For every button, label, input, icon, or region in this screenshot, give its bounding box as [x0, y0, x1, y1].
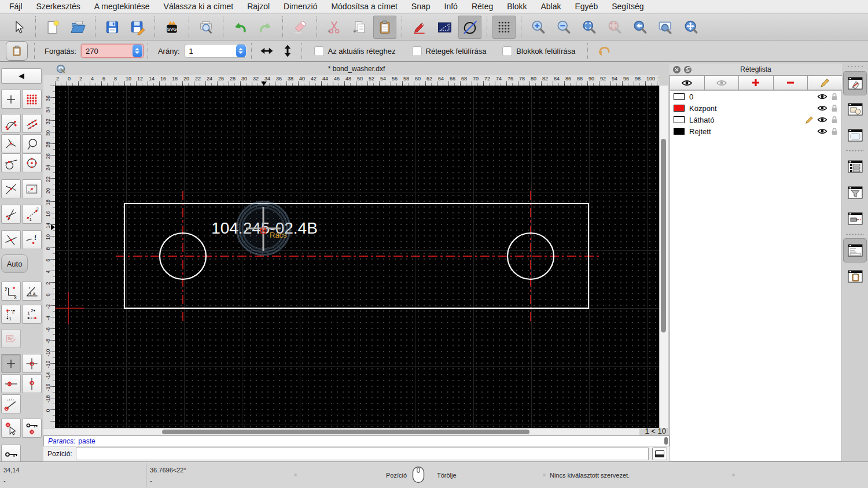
cut-button[interactable]	[322, 16, 345, 39]
option-checkbox[interactable]: Az aktuális réteghez	[314, 46, 396, 56]
layer-visible-eye-icon[interactable]	[817, 128, 827, 135]
keyboard-toggle-button[interactable]	[652, 448, 667, 460]
toggle-entity-list-button[interactable]	[843, 154, 867, 179]
layer-lock-icon[interactable]	[831, 116, 838, 124]
toggle-filter-button[interactable]	[843, 180, 867, 205]
coordinate-cartesian-button[interactable]: yx	[1, 282, 21, 301]
option-checkbox[interactable]: Blokkok felülírása	[502, 46, 575, 56]
toggle-block-list-button[interactable]	[843, 97, 867, 121]
scale-stepper[interactable]	[236, 45, 246, 57]
snap-circle-button[interactable]	[22, 134, 42, 153]
command-history[interactable]: Parancs: paste	[43, 435, 670, 446]
toggle-command-widget-button[interactable]	[843, 238, 867, 263]
layer-lock-icon[interactable]	[831, 93, 838, 101]
select-pointer-button[interactable]	[7, 16, 30, 39]
layer-row[interactable]: Rejtett	[670, 125, 841, 137]
paste-button[interactable]	[373, 16, 396, 39]
menu-item[interactable]: Snap	[411, 2, 431, 11]
toggle-layer-list-button[interactable]	[843, 71, 867, 95]
snap-perpendicular-button[interactable]	[1, 134, 21, 153]
snap-tangent-button[interactable]	[1, 153, 21, 172]
zoom-pan-button[interactable]	[679, 16, 703, 39]
horizontal-scrollbar-thumb[interactable]	[162, 430, 529, 434]
vertical-scrollbar-thumb[interactable]	[661, 139, 666, 332]
redo-button[interactable]	[254, 16, 277, 39]
layer-lock-icon[interactable]	[831, 104, 838, 112]
zoom-in-button[interactable]	[527, 16, 550, 39]
horizontal-scrollbar[interactable]	[43, 428, 639, 435]
layer-visible-eye-icon[interactable]	[817, 116, 827, 123]
snap-reference-button[interactable]	[22, 179, 42, 198]
command-input-field[interactable]	[76, 448, 649, 460]
zoom-previous-button[interactable]	[603, 16, 626, 39]
snap-auto-button[interactable]: Auto	[1, 254, 28, 273]
drawing-canvas[interactable]: 104.245-02.4B	[55, 86, 659, 428]
coordinate-polar-button[interactable]: ra	[22, 282, 42, 301]
menu-item[interactable]: A megtekintése	[94, 2, 150, 11]
restrict-orthogonal-button[interactable]	[22, 354, 42, 373]
restrict-vertical-button[interactable]	[22, 374, 42, 393]
layer-row[interactable]: Központ	[670, 102, 841, 114]
rotation-input[interactable]: 270	[81, 44, 144, 58]
snap-intersection-manual-button[interactable]	[1, 205, 21, 224]
layer-name[interactable]: Központ	[689, 104, 817, 113]
menu-item[interactable]: Réteg	[472, 2, 493, 11]
show-all-layers-button[interactable]	[670, 75, 705, 90]
save-as-button[interactable]	[126, 16, 149, 39]
new-document-button[interactable]	[41, 16, 64, 39]
layer-visible-eye-icon[interactable]	[817, 105, 827, 112]
menu-item[interactable]: Egyéb	[575, 2, 598, 11]
zoom-out-button[interactable]	[552, 16, 575, 39]
layer-name[interactable]: 0	[689, 93, 817, 101]
undo-button[interactable]	[229, 16, 252, 39]
snap-on-entity-button[interactable]	[22, 114, 42, 133]
snap-grid-button[interactable]	[22, 90, 42, 109]
flip-vertical-button[interactable]	[279, 42, 296, 60]
draw-pencil-button[interactable]	[407, 16, 431, 39]
flip-horizontal-button[interactable]	[257, 42, 277, 60]
lock-relative-zero-button[interactable]	[22, 419, 42, 438]
snap-middle-button[interactable]	[1, 179, 21, 198]
layer-color-swatch[interactable]	[674, 128, 685, 135]
scale-input[interactable]: 1	[185, 44, 247, 58]
restrict-nothing-button[interactable]	[1, 354, 21, 373]
remove-layer-button[interactable]	[773, 75, 808, 90]
layer-name[interactable]: Látható	[689, 116, 805, 124]
layer-row[interactable]: 0	[670, 91, 841, 102]
open-file-button[interactable]	[67, 16, 90, 39]
menu-item[interactable]: Blokk	[507, 2, 527, 11]
save-button[interactable]	[101, 16, 124, 39]
snap-intersection-button[interactable]	[1, 230, 21, 249]
circle-line-button[interactable]	[458, 16, 481, 39]
snapbar-collapse-button[interactable]	[1, 68, 42, 84]
set-relative-zero-button[interactable]	[1, 394, 21, 413]
layer-color-swatch[interactable]	[674, 105, 685, 112]
relative-cartesian-button[interactable]: 12	[1, 305, 21, 324]
snap-endpoints-button[interactable]	[1, 114, 21, 133]
layer-row[interactable]: Látható	[670, 114, 841, 125]
add-layer-button[interactable]	[738, 75, 774, 90]
restrict-disabled-button[interactable]	[1, 329, 21, 348]
layer-name[interactable]: Rejtett	[689, 127, 817, 136]
menu-item[interactable]: Ablak	[540, 2, 561, 11]
toggle-pen-palette-button[interactable]	[843, 206, 867, 231]
layer-color-swatch[interactable]	[674, 93, 685, 100]
rotation-stepper[interactable]	[133, 45, 142, 57]
menu-item[interactable]: Válassza ki a címet	[164, 2, 234, 11]
delete-button[interactable]	[288, 16, 311, 39]
toggle-library-browser-button[interactable]	[843, 123, 867, 147]
copy-button[interactable]	[348, 16, 371, 39]
paste-mode-button[interactable]	[6, 41, 28, 61]
menu-item[interactable]: Fájl	[9, 2, 23, 11]
zoom-redraw-button[interactable]	[628, 16, 652, 39]
menu-item[interactable]: Dimenzió	[284, 2, 317, 11]
snap-relative-select-button[interactable]	[1, 419, 21, 438]
zoom-window-button[interactable]	[654, 16, 677, 39]
checkbox-box[interactable]	[412, 46, 422, 56]
layer-lock-icon[interactable]	[831, 127, 838, 135]
restrict-horizontal-button[interactable]	[1, 374, 21, 393]
dimension-button[interactable]	[433, 16, 456, 39]
layer-visible-eye-icon[interactable]	[817, 93, 827, 100]
menu-item[interactable]: Módosítsa a címet	[331, 2, 397, 11]
toggle-clipboard-button[interactable]	[843, 264, 867, 289]
